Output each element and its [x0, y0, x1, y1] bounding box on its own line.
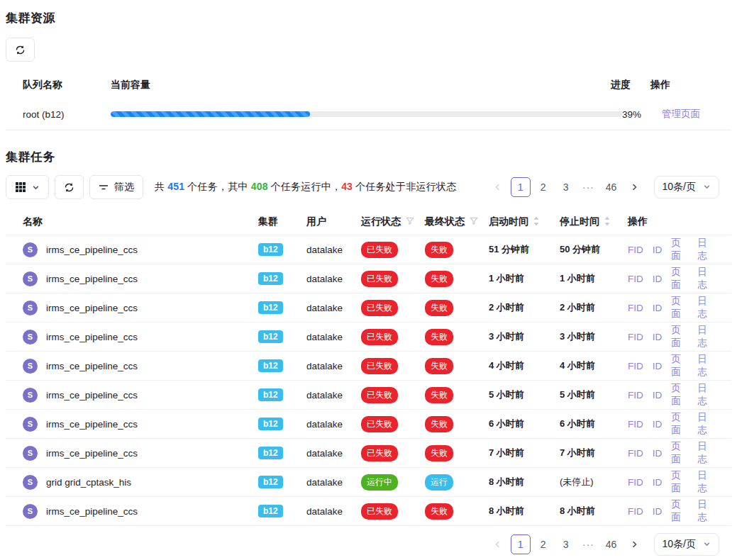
cluster-tag: b12 [258, 301, 283, 314]
task-op-fid[interactable]: FID [628, 274, 643, 284]
task-op-log[interactable]: 日志 [697, 266, 714, 291]
run-status-badge: 已失败 [361, 503, 398, 520]
task-op-fid[interactable]: FID [628, 303, 643, 313]
column-header-name: 名称 [23, 215, 258, 228]
pagination-page-2[interactable]: 2 [533, 177, 553, 197]
summary-text: 个任务运行中， [268, 181, 342, 192]
run-status-badge: 已失败 [361, 329, 398, 345]
column-header-user: 用户 [306, 215, 361, 228]
apps-grid-icon [15, 181, 26, 193]
column-header-progress: 进度 [611, 79, 650, 91]
task-op-id[interactable]: ID [653, 332, 663, 342]
pagination-page-1[interactable]: 1 [511, 177, 531, 197]
pagination-bottom: 123···46 [488, 534, 644, 554]
column-header-capacity: 当前容量 [111, 79, 611, 91]
task-op-id[interactable]: ID [653, 303, 663, 313]
column-header-start-time: 启动时间 [489, 215, 560, 228]
page-size-select[interactable]: 10条/页 [654, 533, 719, 556]
column-header-action: 操作 [650, 79, 714, 91]
task-op-log[interactable]: 日志 [697, 324, 714, 349]
task-op-id[interactable]: ID [653, 419, 663, 430]
task-op-log[interactable]: 日志 [697, 382, 714, 408]
task-op-log[interactable]: 日志 [697, 440, 714, 466]
table-row: S irms_ce_pipeline_ccs b12 datalake 已失败 … [6, 497, 731, 526]
task-op-fid[interactable]: FID [628, 332, 643, 342]
row-actions: FIDID页面日志 [628, 266, 714, 291]
sorter-icon[interactable] [533, 216, 539, 228]
column-header-cluster: 集群 [258, 215, 306, 228]
start-time: 1 小时前 [489, 273, 524, 284]
task-op-id[interactable]: ID [653, 506, 663, 517]
avatar: S [23, 359, 38, 374]
task-op-page[interactable]: 页面 [671, 440, 688, 466]
task-op-page[interactable]: 页面 [671, 411, 688, 437]
run-status-badge: 已失败 [361, 300, 398, 316]
task-op-fid[interactable]: FID [628, 506, 643, 517]
table-row: S irms_ce_pipeline_ccs b12 datalake 已失败 … [6, 323, 731, 352]
pagination-ellipsis[interactable]: ··· [579, 177, 599, 197]
task-op-page[interactable]: 页面 [671, 382, 688, 408]
refresh-icon [64, 182, 74, 193]
task-op-fid[interactable]: FID [628, 477, 643, 488]
tasks-title: 集群任务 [6, 149, 731, 165]
task-op-page[interactable]: 页面 [671, 324, 688, 349]
task-op-log[interactable]: 日志 [697, 411, 714, 437]
start-time: 51 分钟前 [489, 244, 529, 254]
filter-button[interactable]: 筛选 [89, 175, 143, 199]
pagination-next[interactable] [624, 534, 644, 554]
task-op-page[interactable]: 页面 [671, 353, 688, 379]
tasks-refresh-button[interactable] [55, 175, 84, 199]
task-op-id[interactable]: ID [653, 448, 663, 459]
stop-time: 3 小时前 [560, 331, 595, 342]
queue-name: root (b12) [23, 109, 111, 120]
funnel-filter-icon[interactable] [406, 216, 414, 228]
pagination-prev[interactable] [488, 177, 508, 197]
table-row: S irms_ce_pipeline_ccs b12 datalake 已失败 … [6, 293, 731, 323]
pagination-page-46[interactable]: 46 [602, 177, 621, 197]
manage-page-link[interactable]: 管理页面 [662, 108, 700, 119]
task-op-id[interactable]: ID [653, 361, 663, 371]
sorter-icon[interactable] [604, 216, 610, 228]
table-row: S irms_ce_pipeline_ccs b12 datalake 已失败 … [6, 352, 731, 381]
final-status-badge: 失败 [425, 416, 453, 432]
pagination-page-3[interactable]: 3 [556, 177, 576, 197]
task-op-id[interactable]: ID [653, 477, 663, 488]
pagination-page-2[interactable]: 2 [533, 534, 553, 554]
task-op-log[interactable]: 日志 [697, 498, 714, 524]
pagination-page-1[interactable]: 1 [511, 534, 531, 554]
tasks-summary: 共 451 个任务，其中 408 个任务运行中，43 个任务处于非运行状态 [155, 181, 456, 194]
task-op-fid[interactable]: FID [628, 245, 643, 255]
start-time: 2 小时前 [489, 302, 524, 313]
task-op-log[interactable]: 日志 [697, 237, 714, 262]
task-op-log[interactable]: 日志 [697, 295, 714, 320]
task-op-id[interactable]: ID [653, 274, 663, 284]
start-time: 6 小时前 [489, 418, 524, 429]
task-op-id[interactable]: ID [653, 245, 663, 255]
pagination-page-46[interactable]: 46 [602, 534, 621, 554]
task-op-page[interactable]: 页面 [671, 266, 688, 291]
task-op-fid[interactable]: FID [628, 390, 643, 401]
task-op-log[interactable]: 日志 [697, 469, 714, 495]
task-op-page[interactable]: 页面 [671, 237, 688, 262]
pagination-page-3[interactable]: 3 [556, 534, 576, 554]
task-op-fid[interactable]: FID [628, 419, 643, 430]
pagination-prev[interactable] [488, 534, 508, 554]
avatar: S [23, 475, 38, 490]
column-settings-button[interactable] [6, 175, 49, 199]
avatar: S [23, 417, 38, 432]
task-op-id[interactable]: ID [653, 390, 663, 401]
pagination-ellipsis[interactable]: ··· [579, 534, 599, 554]
task-op-page[interactable]: 页面 [671, 498, 688, 524]
task-op-fid[interactable]: FID [628, 361, 643, 371]
resources-refresh-button[interactable] [6, 38, 35, 62]
row-actions: FIDID页面日志 [628, 498, 714, 524]
task-op-page[interactable]: 页面 [671, 469, 688, 495]
user-name: datalake [306, 506, 361, 517]
task-op-log[interactable]: 日志 [697, 353, 714, 379]
page-size-select[interactable]: 10条/页 [654, 176, 719, 198]
task-op-page[interactable]: 页面 [671, 295, 688, 320]
tasks-table: 名称 集群 用户 运行状态 最终状态 启动时间 [6, 209, 731, 526]
task-op-fid[interactable]: FID [628, 448, 643, 459]
funnel-filter-icon[interactable] [470, 216, 478, 228]
pagination-next[interactable] [624, 177, 644, 197]
